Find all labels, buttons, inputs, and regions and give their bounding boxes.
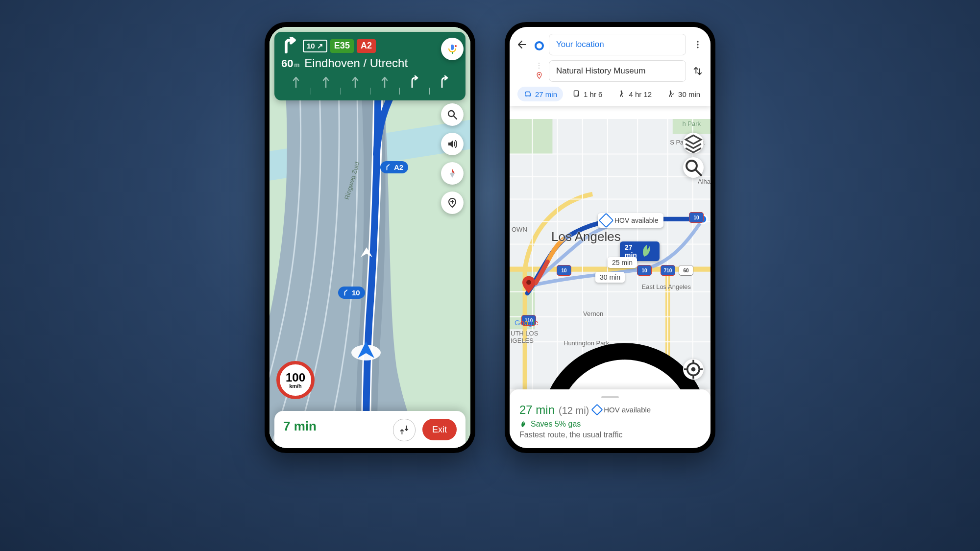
leaf-icon [519, 420, 528, 429]
summary-time: 27 min [519, 403, 555, 417]
sheet-drag-handle[interactable] [601, 396, 619, 398]
destination-pin-icon [522, 276, 535, 293]
origin-field[interactable]: Your location [549, 34, 686, 55]
area-label-east-la: East Los Angeles [642, 283, 691, 290]
origin-field-text: Your location [556, 40, 604, 49]
hov-available-bubble[interactable]: HOV available [598, 213, 663, 228]
hov-diamond-icon [591, 404, 603, 415]
mode-drive-label: 27 min [535, 90, 557, 98]
svg-point-48 [526, 280, 531, 285]
lane-straight-icon [311, 75, 340, 95]
directions-header: Your location Natural History Museum [510, 27, 710, 106]
shield-i710: 710 [661, 265, 675, 276]
shield-i10: 10 [557, 265, 571, 276]
route-bubble-a2-label: A2 [394, 163, 403, 171]
city-label-los-angeles: Los Angeles [551, 229, 621, 244]
summary-distance: (12 mi) [559, 405, 589, 416]
phone-navigation: Ringweg Zuid A2 10 10 ↗ [265, 22, 475, 453]
destination-text: Eindhoven / Utrecht [304, 56, 408, 70]
mode-walk-label: 4 hr 12 [629, 90, 652, 98]
map-layers-button[interactable] [683, 133, 704, 153]
lane-straight-icon [281, 75, 311, 95]
area-label-park: h Park [682, 120, 701, 127]
phone-directions: Your location Natural History Museum [505, 22, 715, 453]
mode-drive-tab[interactable]: 27 min [517, 87, 563, 101]
map-search-button[interactable] [683, 157, 704, 178]
swap-endpoints-button[interactable] [691, 66, 705, 76]
back-button[interactable] [515, 39, 529, 50]
mode-walk-tab[interactable]: 4 hr 12 [611, 87, 658, 101]
hov-bubble-label: HOV available [614, 216, 659, 224]
svg-line-52 [696, 170, 701, 175]
svg-rect-20 [574, 91, 579, 96]
google-logo: Google [514, 318, 538, 327]
eco-savings-text: Saves 5% gas [531, 420, 581, 429]
directions-map[interactable]: Los Angeles S Pasadena Alha East Los Ang… [510, 119, 710, 389]
turn-right-icon [281, 37, 298, 55]
compass-button[interactable] [441, 162, 464, 185]
alternate-routes-button[interactable] [393, 419, 416, 441]
route-summary-sheet[interactable]: 27 min (12 mi) HOV available Saves 5% ga… [510, 389, 710, 448]
route-bubble-a2[interactable]: A2 [380, 161, 408, 173]
mode-transit-tab[interactable]: 1 hr 6 [566, 87, 608, 101]
mode-transit-label: 1 hr 6 [584, 90, 602, 98]
search-button[interactable] [441, 103, 464, 126]
audio-toggle-button[interactable] [441, 133, 464, 155]
svg-point-14 [697, 41, 698, 43]
distance-to-turn: 60m [281, 57, 299, 70]
lane-straight-icon [370, 75, 399, 95]
origin-marker-icon [534, 39, 544, 50]
svg-point-51 [686, 161, 697, 171]
shield-i10: 10 [689, 212, 704, 223]
destination-field[interactable]: Natural History Museum [549, 60, 686, 82]
mode-rideshare-tab[interactable]: 30 min [661, 87, 705, 101]
overflow-menu-button[interactable] [691, 40, 705, 49]
recenter-button[interactable] [683, 359, 704, 380]
svg-rect-4 [451, 45, 454, 50]
destination-field-text: Natural History Museum [556, 66, 645, 76]
svg-rect-28 [510, 119, 552, 154]
eco-savings-row: Saves 5% gas [519, 420, 701, 429]
area-label-own: OWN [512, 226, 527, 233]
road-shield-a2: A2 [357, 39, 376, 52]
destination-marker-icon [534, 63, 544, 80]
report-button[interactable] [441, 192, 464, 214]
area-label-alha: Alha [698, 178, 710, 185]
exit-navigation-button[interactable]: Exit [422, 419, 457, 440]
svg-point-54 [691, 367, 696, 372]
svg-point-19 [529, 96, 530, 96]
alt-route-bubble-1[interactable]: 25 min [608, 257, 637, 268]
svg-point-21 [575, 95, 576, 96]
alt-route-bubble-2[interactable]: 30 min [595, 272, 625, 283]
lane-straight-icon [341, 75, 370, 95]
lane-right-icon [399, 75, 429, 95]
speed-limit-sign: 100 km/h [276, 361, 315, 399]
shield-us60: 60 [679, 265, 693, 276]
shield-i10: 10 [637, 265, 652, 276]
travel-mode-tabs: 27 min 1 hr 6 4 hr 12 30 min [515, 87, 705, 101]
svg-point-6 [455, 45, 457, 47]
hov-diamond-icon [598, 213, 613, 228]
road-shield-e35: E35 [330, 39, 354, 52]
navigation-bottom-sheet[interactable]: 7 min Exit [274, 411, 466, 448]
route-bubble-exit10-label: 10 [352, 288, 360, 297]
svg-point-22 [577, 95, 578, 96]
svg-point-15 [697, 44, 698, 45]
lane-guidance [281, 75, 459, 95]
svg-point-16 [697, 47, 698, 48]
eta-text: 7 min [283, 419, 317, 434]
svg-point-17 [538, 73, 539, 75]
direction-banner[interactable]: 10 ↗ E35 A2 60m Eindhoven / Utrecht [274, 32, 466, 100]
summary-hov: HOV available [593, 406, 651, 414]
exit-shield: 10 ↗ [303, 40, 327, 52]
exit-button-label: Exit [432, 425, 447, 435]
route-subtitle: Fastest route, the usual traffic [519, 431, 701, 439]
route-bubble-exit10[interactable]: 10 [338, 287, 365, 299]
svg-point-18 [526, 96, 527, 96]
svg-marker-11 [450, 172, 455, 178]
svg-line-8 [454, 116, 457, 119]
leaf-icon [639, 243, 655, 259]
voice-search-button[interactable] [441, 38, 464, 60]
mode-rideshare-label: 30 min [678, 90, 700, 98]
summary-hov-label: HOV available [604, 406, 651, 414]
